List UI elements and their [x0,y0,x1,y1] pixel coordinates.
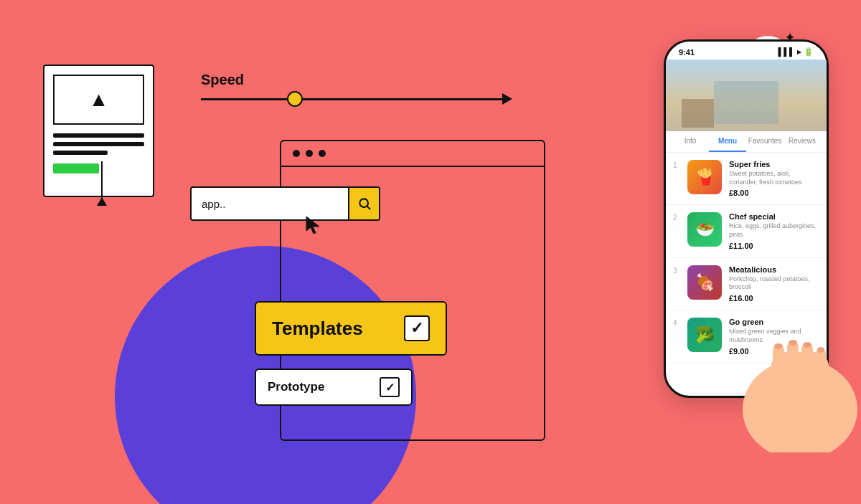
arrow-up-line [101,161,103,204]
phone-wrapper: 9:41 ▌▌▌ ▸ 🔋 🍽 Info Menu Favourites [664,39,829,398]
phone-hero-image: 🍽 [666,60,827,131]
templates-checkmark: ✓ [410,319,423,338]
tab-reviews[interactable]: Reviews [784,131,821,152]
prototype-checkbox[interactable]: ✓ [380,377,400,397]
search-bar[interactable] [190,186,380,221]
food-image-3: 🍖 [687,265,722,300]
cursor [305,215,325,238]
svg-point-11 [789,340,797,346]
svg-marker-2 [306,217,319,234]
doc-image-area: ▲ [53,75,144,125]
cursor-icon [305,215,325,235]
menu-item-2[interactable]: 2 🥗 Chef special Rice, eggs, grilled aub… [666,205,827,257]
speed-area: Speed [201,72,502,100]
phone-status-bar: 9:41 ▌▌▌ ▸ 🔋 [666,42,827,60]
browser-dot-3 [319,150,326,157]
arrow-up [97,197,107,204]
prototype-label: Prototype [268,380,324,394]
search-button[interactable] [348,188,379,219]
doc-card: ▲ [43,65,154,197]
browser-dot-2 [306,150,313,157]
food-image-4: 🥦 [687,318,722,352]
doc-green-bar [53,163,99,173]
prototype-button[interactable]: Prototype ✓ [255,369,413,406]
prototype-checkmark: ✓ [385,381,395,394]
tab-menu[interactable]: Menu [709,131,746,152]
doc-line-3 [53,151,108,155]
browser-dot-1 [293,150,300,157]
tab-info[interactable]: Info [672,131,709,152]
doc-line-2 [53,142,144,146]
templates-checkbox[interactable]: ✓ [404,315,430,341]
phone-signals: ▌▌▌ ▸ 🔋 [778,47,814,57]
phone-time: 9:41 [679,48,695,57]
browser-bar [281,141,544,167]
svg-point-13 [817,347,824,353]
menu-item-info-2: Chef special Rice, eggs, grilled aubergi… [729,212,819,249]
tab-favourites[interactable]: Favourites [746,131,784,152]
slider-thumb[interactable] [287,91,303,107]
phone-tabs: Info Menu Favourites Reviews [666,131,827,153]
menu-item-info-1: Super fries Sweet potatoes, aioli, coria… [729,160,819,197]
menu-item-1[interactable]: 1 🍟 Super fries Sweet potatoes, aioli, c… [666,153,827,205]
svg-rect-9 [816,348,826,381]
food-image-2: 🥗 [687,212,722,247]
doc-line-1 [53,133,144,138]
food-image-1: 🍟 [687,160,722,194]
hand-svg [728,295,861,452]
hand-wrapper [728,295,861,455]
slider-arrow [502,93,512,105]
slider-track[interactable] [201,98,502,100]
svg-rect-8 [801,343,813,381]
svg-rect-6 [773,345,784,381]
slider-line [201,98,502,100]
restaurant-background: 🍽 [666,60,827,131]
search-input[interactable] [192,198,348,210]
mountain-icon: ▲ [89,88,109,111]
templates-button[interactable]: Templates ✓ [255,301,447,356]
doc-lines [53,133,144,155]
speed-label: Speed [201,72,502,88]
svg-point-10 [774,343,783,349]
svg-line-1 [367,206,370,209]
templates-label: Templates [272,318,363,340]
svg-point-12 [803,342,811,348]
search-icon [357,196,372,211]
svg-rect-7 [787,341,799,381]
